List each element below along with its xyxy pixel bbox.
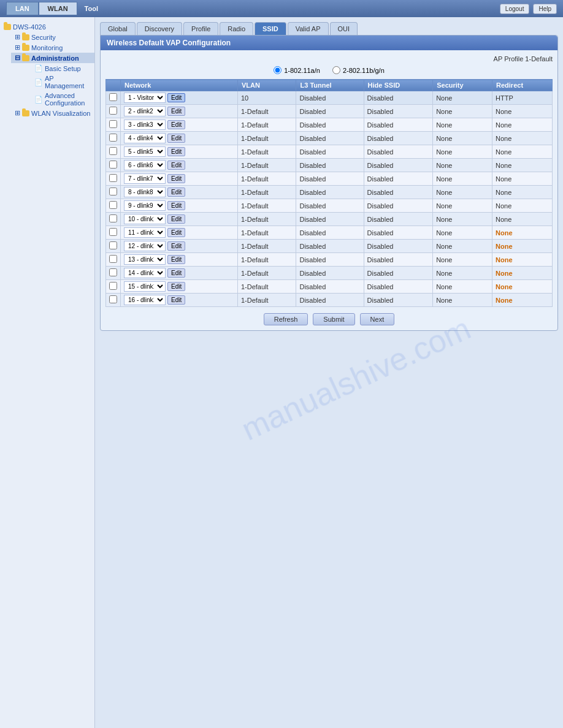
row-checkbox-7[interactable] <box>109 174 117 182</box>
edit-button-2[interactable]: Edit <box>167 107 185 116</box>
network-select-14[interactable]: 14 - dlink14 <box>124 268 166 278</box>
row-checkbox-9[interactable] <box>109 201 117 209</box>
edit-button-4[interactable]: Edit <box>167 134 185 143</box>
row-checkbox-14[interactable] <box>109 268 117 276</box>
network-select-12[interactable]: 12 - dlink12 <box>124 241 166 251</box>
redirect-cell-8: None <box>492 186 553 199</box>
network-cell-14: 14 - dlink14Edit <box>121 267 238 280</box>
network-cell-9: 9 - dlink9Edit <box>121 199 238 213</box>
tab-lan[interactable]: LAN <box>6 2 39 15</box>
row-checkbox-11[interactable] <box>109 228 117 236</box>
edit-button-11[interactable]: Edit <box>167 228 185 237</box>
tab-ssid[interactable]: SSID <box>255 22 286 35</box>
sidebar-item-wlan-viz[interactable]: ⊞ WLAN Visualization <box>11 108 94 118</box>
network-select-8[interactable]: 8 - dlink8 <box>124 187 166 197</box>
refresh-button[interactable]: Refresh <box>264 313 308 325</box>
row-checkbox-13[interactable] <box>109 255 117 263</box>
network-select-9[interactable]: 9 - dlink9 <box>124 200 166 211</box>
network-cell-8: 8 - dlink8Edit <box>121 186 238 199</box>
edit-button-10[interactable]: Edit <box>167 214 185 224</box>
network-cell-13: 13 - dlink13Edit <box>121 253 238 267</box>
network-select-11[interactable]: 11 - dlink11 <box>124 227 166 238</box>
help-button[interactable]: Help <box>533 4 557 14</box>
sidebar-item-advanced-config[interactable]: 📄 Advanced Configuration <box>31 91 94 108</box>
l3-cell-8: Disabled <box>296 186 364 199</box>
vlan-cell-9: 1-Default <box>237 199 296 213</box>
logout-button[interactable]: Logout <box>500 4 530 14</box>
tab-wlan[interactable]: WLAN <box>39 2 77 15</box>
security-cell-11: None <box>433 226 492 240</box>
network-select-15[interactable]: 15 - dlink15 <box>124 281 166 292</box>
redirect-cell-13: None <box>492 253 553 267</box>
sidebar-item-security[interactable]: ⊞ Security <box>11 32 94 42</box>
radio-option-2[interactable]: 2-802.11b/g/n <box>332 66 385 74</box>
sidebar-item-administration[interactable]: ⊟ Administration <box>11 53 94 63</box>
row-checkbox-4[interactable] <box>109 134 117 142</box>
row-checkbox-12[interactable] <box>109 241 117 249</box>
network-select-6[interactable]: 6 - dlink6 <box>124 160 166 170</box>
col-redirect: Redirect <box>492 80 553 91</box>
row-checkbox-1[interactable] <box>109 93 117 101</box>
edit-button-7[interactable]: Edit <box>167 174 185 183</box>
top-bar-tabs: LAN WLAN Tool <box>6 2 98 15</box>
redirect-cell-11: None <box>492 226 553 240</box>
network-select-13[interactable]: 13 - dlink13 <box>124 254 166 265</box>
tab-global[interactable]: Global <box>100 22 136 35</box>
sidebar-item-device[interactable]: DWS-4026 <box>0 22 94 32</box>
network-select-4[interactable]: 4 - dlink4 <box>124 133 166 143</box>
row-checkbox-2[interactable] <box>109 107 117 115</box>
tab-valid-ap[interactable]: Valid AP <box>288 22 329 35</box>
redirect-cell-15: None <box>492 280 553 294</box>
edit-button-5[interactable]: Edit <box>167 147 185 156</box>
radio-input-2[interactable] <box>332 66 340 74</box>
table-row: 4 - dlink4Edit1-DefaultDisabledDisabledN… <box>106 132 553 145</box>
hide-ssid-cell-12: Disabled <box>364 240 433 253</box>
tab-discovery[interactable]: Discovery <box>137 22 182 35</box>
sidebar-item-monitoring[interactable]: ⊞ Monitoring <box>11 42 94 53</box>
radio-input-1[interactable] <box>274 66 282 74</box>
security-cell-3: None <box>433 118 492 132</box>
row-checkbox-15[interactable] <box>109 282 117 290</box>
edit-button-9[interactable]: Edit <box>167 201 185 210</box>
row-checkbox-10[interactable] <box>109 214 117 222</box>
tab-oui[interactable]: OUI <box>330 22 358 35</box>
l3-cell-5: Disabled <box>296 145 364 159</box>
vlan-cell-7: 1-Default <box>237 172 296 186</box>
hide-ssid-cell-8: Disabled <box>364 186 433 199</box>
row-checkbox-8[interactable] <box>109 188 117 195</box>
network-select-5[interactable]: 5 - dlink5 <box>124 146 166 157</box>
row-checkbox-3[interactable] <box>109 120 117 128</box>
edit-button-3[interactable]: Edit <box>167 120 185 129</box>
edit-button-15[interactable]: Edit <box>167 282 185 291</box>
sidebar-item-basic-setup[interactable]: 📄 Basic Setup <box>31 63 94 74</box>
edit-button-1[interactable]: Edit <box>167 93 185 102</box>
edit-button-12[interactable]: Edit <box>167 241 185 251</box>
vlan-cell-14: 1-Default <box>237 267 296 280</box>
network-select-1[interactable]: 1 - Visitor <box>124 93 166 103</box>
edit-button-6[interactable]: Edit <box>167 161 185 170</box>
col-security: Security <box>433 80 492 91</box>
tab-profile[interactable]: Profile <box>183 22 218 35</box>
adv-config-label: Advanced Configuration <box>45 92 91 107</box>
submit-button[interactable]: Submit <box>313 313 354 325</box>
l3-cell-10: Disabled <box>296 213 364 226</box>
next-button[interactable]: Next <box>360 313 395 325</box>
row-checkbox-6[interactable] <box>109 161 117 169</box>
network-select-2[interactable]: 2 - dlink2 <box>124 106 166 116</box>
tab-radio[interactable]: Radio <box>220 22 253 35</box>
edit-button-16[interactable]: Edit <box>167 295 185 305</box>
network-select-16[interactable]: 16 - dlink16 <box>124 295 166 305</box>
row-checkbox-5[interactable] <box>109 147 117 155</box>
tool-label: Tool <box>85 5 98 12</box>
radio-option-1[interactable]: 1-802.11a/n <box>274 66 320 74</box>
edit-button-14[interactable]: Edit <box>167 268 185 278</box>
vlan-cell-6: 1-Default <box>237 159 296 172</box>
network-select-10[interactable]: 10 - dlink10 <box>124 214 166 224</box>
edit-button-13[interactable]: Edit <box>167 255 185 264</box>
network-select-7[interactable]: 7 - dlink7 <box>124 173 166 184</box>
edit-button-8[interactable]: Edit <box>167 188 185 197</box>
col-hide-ssid: Hide SSID <box>364 80 433 91</box>
sidebar-item-ap-management[interactable]: 📄 AP Management <box>31 74 94 91</box>
network-select-3[interactable]: 3 - dlink3 <box>124 119 166 130</box>
row-checkbox-16[interactable] <box>109 295 117 303</box>
